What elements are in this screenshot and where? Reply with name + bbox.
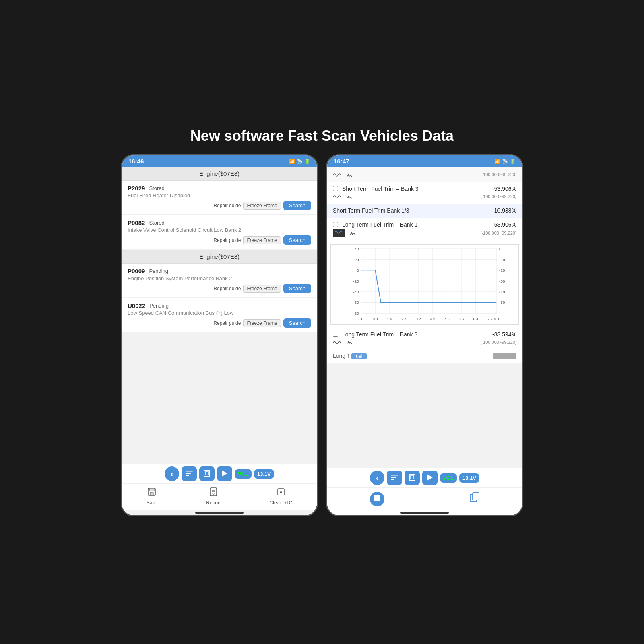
stop-button[interactable] xyxy=(370,492,384,506)
vcl-label-right: VCL xyxy=(443,475,454,481)
gauge-icon-ltft3[interactable] xyxy=(346,339,353,346)
svg-marker-5 xyxy=(222,470,227,477)
svg-rect-67 xyxy=(411,476,414,479)
battery-icon-right: 🔋 xyxy=(510,159,516,164)
data-row-stft-bank3: Short Term Fuel Trim – Bank 3 -53.906% xyxy=(327,182,522,204)
signal-icon: 📶 xyxy=(289,159,295,164)
ltft-bank1-icons: [-100.000~99.220] xyxy=(333,229,516,237)
dtc-p0082-header: P0082 Stored xyxy=(128,219,311,226)
repair-guide-btn-4[interactable]: Repair guide xyxy=(213,320,241,326)
svg-text:0.8: 0.8 xyxy=(373,317,378,321)
ltft-bank3-range: [-100.000~99.220] xyxy=(480,340,516,345)
svg-text:1.6: 1.6 xyxy=(387,317,392,321)
svg-text:6.4: 6.4 xyxy=(473,317,478,321)
filter-button-left[interactable] xyxy=(182,466,197,481)
svg-rect-71 xyxy=(473,493,479,500)
freeze-frame-btn-3[interactable]: Freeze Frame xyxy=(243,285,281,293)
ltft-bank1-header: Long Term Fuel Trim – Bank 1 -53.906% xyxy=(333,221,516,228)
nav-save[interactable]: Save xyxy=(147,487,157,506)
dtc-u0022-header: U0022 Pending xyxy=(128,302,311,309)
dtc-p0082-desc: Intake Valve Control Solenoid Circuit Lo… xyxy=(128,227,311,233)
left-time: 16:46 xyxy=(128,158,144,165)
selected-wave-icon[interactable] xyxy=(333,229,345,237)
nav-report[interactable]: Report xyxy=(206,487,221,506)
back-button-right[interactable]: ‹ xyxy=(370,471,384,485)
report-label: Report xyxy=(206,500,221,506)
crop-button-left[interactable] xyxy=(199,466,215,481)
dtc-u0022-actions: Repair guide Freeze Frame Search xyxy=(128,318,311,328)
svg-text:-60: -60 xyxy=(353,300,359,305)
search-btn-3[interactable]: Search xyxy=(283,284,311,293)
play-icon-left xyxy=(222,470,227,478)
stop-icon xyxy=(374,495,380,503)
ltft-bank1-label-wrap: Long Term Fuel Trim – Bank 1 xyxy=(333,221,417,228)
svg-text:-30: -30 xyxy=(499,279,505,283)
stft-bank13-value: -10.938% xyxy=(492,207,516,214)
ltft-bank1-checkbox[interactable] xyxy=(333,222,338,227)
voltage-badge-right: 13.1V xyxy=(459,473,479,483)
repair-guide-btn-1[interactable]: Repair guide xyxy=(213,203,241,208)
ltft-bank3-icons-left xyxy=(333,339,353,346)
dtc-p0009: P0009 Pending Engine Position System Per… xyxy=(122,264,317,297)
copy-button[interactable] xyxy=(469,492,480,506)
freeze-frame-btn-2[interactable]: Freeze Frame xyxy=(243,236,281,244)
dtc-p2029-actions: Repair guide Freeze Frame Search xyxy=(128,201,311,210)
svg-rect-69 xyxy=(374,495,380,501)
save-label: Save xyxy=(147,500,157,506)
left-phone-content: Engine($07E8) P2029 Stored Fuel Fired He… xyxy=(122,167,317,515)
stft-bank3-checkbox[interactable] xyxy=(333,186,338,191)
dtc-p2029-header: P2029 Stored xyxy=(128,185,311,192)
svg-text:-20: -20 xyxy=(353,279,359,283)
data-row-ltft-partial: Long Tuel -5x.xxx% xyxy=(327,349,522,363)
freeze-frame-btn-1[interactable]: Freeze Frame xyxy=(243,202,281,210)
play-button-right[interactable] xyxy=(422,471,438,485)
vcl-button-left[interactable]: VCL xyxy=(235,469,252,479)
svg-text:3.2: 3.2 xyxy=(416,317,421,321)
ltft-bank3-label: Long Term Fuel Trim – Bank 3 xyxy=(342,331,417,338)
vcl-button-right[interactable]: VCL xyxy=(440,473,457,483)
dtc-p2029-code: P2029 xyxy=(128,185,145,192)
repair-guide-btn-2[interactable]: Repair guide xyxy=(213,237,241,243)
freeze-frame-btn-4[interactable]: Freeze Frame xyxy=(243,319,281,327)
stft-bank13-label: Short Term Fuel Trim Bank 1/3 xyxy=(333,207,409,214)
dtc-p2029: P2029 Stored Fuel Fired Heater Disabled … xyxy=(122,181,317,215)
back-button-left[interactable]: ‹ xyxy=(165,466,179,481)
crop-button-right[interactable] xyxy=(405,471,420,485)
svg-text:20: 20 xyxy=(355,257,359,262)
left-bottom-nav: Save Report xyxy=(122,483,317,510)
stft-bank3-icons-left xyxy=(333,193,353,200)
svg-rect-8 xyxy=(150,492,153,495)
svg-rect-3 xyxy=(204,471,210,476)
wave-icon-stft3[interactable] xyxy=(333,193,342,200)
repair-guide-btn-3[interactable]: Repair guide xyxy=(213,286,241,291)
search-btn-2[interactable]: Search xyxy=(283,235,311,245)
crop-icon-right xyxy=(409,474,415,482)
svg-text:4.0: 4.0 xyxy=(430,317,435,321)
gauge-icon-top[interactable] xyxy=(346,171,353,179)
search-btn-1[interactable]: Search xyxy=(283,201,311,210)
svg-text:-10: -10 xyxy=(499,257,505,262)
top-icons-left xyxy=(333,171,353,179)
ltft-bank3-checkbox[interactable] xyxy=(333,332,338,337)
svg-text:2.4: 2.4 xyxy=(401,317,406,321)
ltft-bank1-range: [-100.000~99.220] xyxy=(480,231,516,235)
wave-icon-ltft3[interactable] xyxy=(333,339,342,346)
ltft-bank3-label-wrap: Long Term Fuel Trim – Bank 3 xyxy=(333,331,417,338)
gauge-icon-stft3[interactable] xyxy=(346,193,353,200)
phones-row: 16:46 📶 📡 🔋 Engine($07E8) P2029 Sto xyxy=(117,154,527,516)
search-btn-4[interactable]: Search xyxy=(283,318,311,328)
stft-bank3-label: Short Term Fuel Trim – Bank 3 xyxy=(342,186,419,192)
right-time: 16:47 xyxy=(334,158,349,165)
filter-icon-right xyxy=(391,475,398,481)
gauge-icon-ltft1[interactable] xyxy=(349,229,356,237)
filter-button-right[interactable] xyxy=(387,471,402,485)
svg-rect-1 xyxy=(186,473,191,474)
play-button-left[interactable] xyxy=(217,466,232,481)
signal-icon-right: 📶 xyxy=(494,159,500,164)
stft-bank3-header: Short Term Fuel Trim – Bank 3 -53.906% xyxy=(333,186,516,192)
right-bottom-nav xyxy=(327,487,522,510)
wave-icon-top[interactable] xyxy=(333,171,342,178)
right-home-bar xyxy=(400,512,449,514)
svg-rect-7 xyxy=(149,488,154,491)
nav-clear-dtc[interactable]: Clear DTC xyxy=(270,487,293,506)
